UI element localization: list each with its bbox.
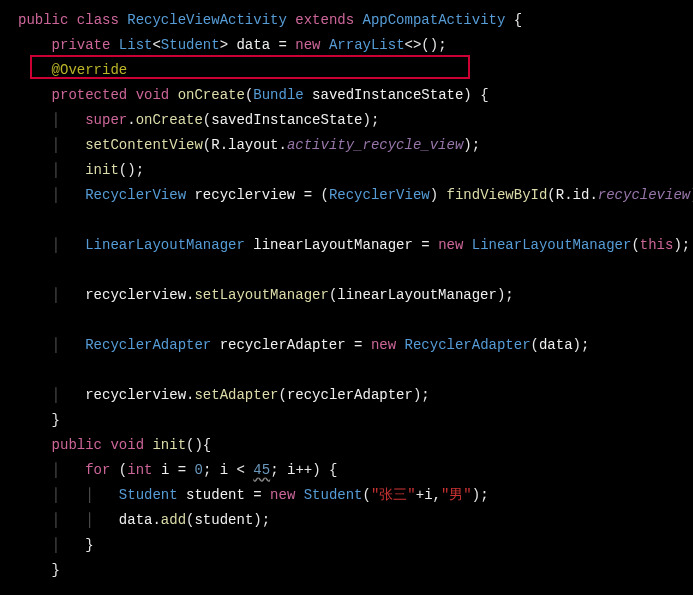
code-line: }	[0, 558, 693, 583]
arg-llm: linearLayoutManager	[337, 287, 497, 303]
code-line: }	[0, 408, 693, 433]
arg-data: data	[539, 337, 573, 353]
code-line: │ recyclerview.setAdapter(recyclerAdapte…	[0, 383, 693, 408]
code-line: │ init();	[0, 158, 693, 183]
arg-sis: savedInstanceState	[211, 112, 362, 128]
keyword-void: void	[136, 87, 170, 103]
method-add: add	[161, 512, 186, 528]
string-male: "男"	[441, 487, 472, 503]
var-i2: i	[220, 462, 228, 478]
code-line: │ RecyclerAdapter recyclerAdapter = new …	[0, 333, 693, 358]
type-student2: Student	[119, 487, 178, 503]
keyword-extends: extends	[295, 12, 354, 28]
method-setadapter: setAdapter	[194, 387, 278, 403]
type-bundle: Bundle	[253, 87, 303, 103]
code-line: │ setContentView(R.layout.activity_recyc…	[0, 133, 693, 158]
arg-student: student	[194, 512, 253, 528]
code-line: @Override	[0, 58, 693, 83]
keyword-class: class	[77, 12, 119, 28]
keyword-public2: public	[52, 437, 102, 453]
code-line: │ super.onCreate(savedInstanceState);	[0, 108, 693, 133]
code-line: │ │ data.add(student);	[0, 508, 693, 533]
ref-data: data	[119, 512, 153, 528]
code-line	[0, 258, 693, 283]
annotation-override: @Override	[52, 62, 128, 78]
var-recyclerview: recyclerview	[194, 187, 295, 203]
ctor-recycleradapter: RecyclerAdapter	[405, 337, 531, 353]
var-rv2: recyclerview	[85, 287, 186, 303]
method-findviewbyid: findViewById	[447, 187, 548, 203]
code-line: │ │ Student student = new Student("张三"+i…	[0, 483, 693, 508]
keyword-private: private	[52, 37, 111, 53]
method-oncreate-call: onCreate	[136, 112, 203, 128]
keyword-new4: new	[270, 487, 295, 503]
method-setcontentview: setContentView	[85, 137, 203, 153]
keyword-int: int	[127, 462, 152, 478]
super-class: AppCompatActivity	[363, 12, 506, 28]
var-recycleradapter: recyclerAdapter	[220, 337, 346, 353]
method-oncreate: onCreate	[178, 87, 245, 103]
ref-activity-recycle-view: activity_recycle_view	[287, 137, 463, 153]
code-line	[0, 358, 693, 383]
var-i4: i	[424, 487, 432, 503]
keyword-this: this	[640, 237, 674, 253]
type-llm: LinearLayoutManager	[85, 237, 245, 253]
code-line: │ RecyclerView recyclerview = (RecyclerV…	[0, 183, 693, 208]
num-zero: 0	[195, 462, 203, 478]
code-line: protected void onCreate(Bundle savedInst…	[0, 83, 693, 108]
type-recycleradapter: RecyclerAdapter	[85, 337, 211, 353]
ref-r: R	[211, 137, 219, 153]
code-line: public void init(){	[0, 433, 693, 458]
keyword-new2: new	[438, 237, 463, 253]
type-list: List	[119, 37, 153, 53]
type-recyclerview: RecyclerView	[85, 187, 186, 203]
code-line	[0, 208, 693, 233]
ref-id: id	[573, 187, 590, 203]
method-init: init	[152, 437, 186, 453]
var-student: student	[186, 487, 245, 503]
type-student: Student	[161, 37, 220, 53]
param-sis: savedInstanceState	[312, 87, 463, 103]
field-data: data	[236, 37, 270, 53]
method-setlayoutmanager: setLayoutManager	[194, 287, 328, 303]
string-zhang: "张三"	[371, 487, 416, 503]
keyword-new3: new	[371, 337, 396, 353]
keyword-new: new	[295, 37, 320, 53]
var-rv3: recyclerview	[85, 387, 186, 403]
ctor-student: Student	[304, 487, 363, 503]
ref-layout: layout	[228, 137, 278, 153]
ctor-llm: LinearLayoutManager	[472, 237, 632, 253]
code-line: public class RecycleViewActivity extends…	[0, 8, 693, 33]
keyword-super: super	[85, 112, 127, 128]
ref-r2: R	[556, 187, 564, 203]
num-45: 45	[253, 462, 270, 478]
code-line: │ }	[0, 533, 693, 558]
code-line: │ recyclerview.setLayoutManager(linearLa…	[0, 283, 693, 308]
keyword-protected: protected	[52, 87, 128, 103]
keyword-for: for	[85, 462, 110, 478]
cast-recyclerview: RecyclerView	[329, 187, 430, 203]
code-line: │ LinearLayoutManager linearLayoutManage…	[0, 233, 693, 258]
arg-recycleradapter: recyclerAdapter	[287, 387, 413, 403]
method-init-call: init	[85, 162, 119, 178]
code-editor[interactable]: public class RecycleViewActivity extends…	[0, 8, 693, 583]
code-line	[0, 308, 693, 333]
code-line: private List<Student> data = new ArrayLi…	[0, 33, 693, 58]
ref-recycleview: recycleview	[598, 187, 690, 203]
keyword-public: public	[18, 12, 68, 28]
var-llm: linearLayoutManager	[253, 237, 413, 253]
type-arraylist: ArrayList	[329, 37, 405, 53]
code-line: │ for (int i = 0; i < 45; i++) {	[0, 458, 693, 483]
class-name: RecycleViewActivity	[127, 12, 287, 28]
keyword-void2: void	[110, 437, 144, 453]
